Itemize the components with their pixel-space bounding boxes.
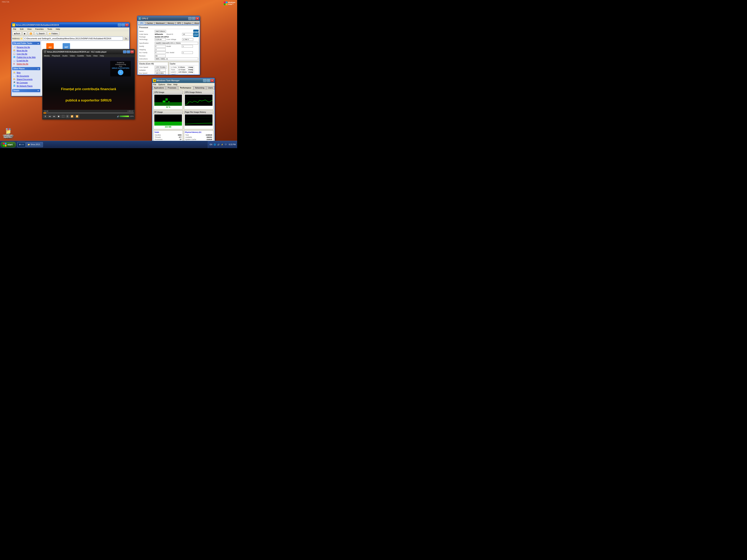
physical-memory-content: Physical Memory (K) Total 1048048 Availa… — [184, 131, 213, 141]
vlc-minimize[interactable]: _ — [123, 50, 126, 53]
maximize-button[interactable]: □ — [122, 24, 125, 26]
vlc-menu-playback[interactable]: Playback — [52, 55, 60, 57]
sidebar-my-documents[interactable]: 📄 My Documents — [14, 74, 39, 78]
taskbar-item-icon-1: 📁 — [28, 143, 30, 145]
sidebar-move[interactable]: 📂 Move this file — [14, 49, 39, 52]
details-header[interactable]: Details ▼ — [12, 89, 40, 92]
forward-button[interactable]: ▶ — [22, 31, 27, 35]
tm-maximize[interactable]: □ — [207, 79, 210, 82]
phys-total-value: 1048048 — [202, 134, 212, 136]
tm-tab-networking[interactable]: Networking — [194, 86, 206, 89]
volume-icon: 🔊 — [117, 115, 119, 117]
tab-memory[interactable]: Memory — [166, 22, 176, 25]
vlc-play-pause[interactable]: ⏸ — [43, 115, 47, 118]
minimize-button[interactable]: _ — [118, 24, 121, 26]
sidebar-rename[interactable]: 📝 Rename this file — [14, 46, 39, 49]
taskbar-item-1[interactable]: 📁 Sirius.2013... — [26, 142, 43, 147]
up-button[interactable]: 🔼 — [28, 31, 33, 35]
tray-volume-icon: 🔊 — [217, 143, 220, 146]
sidebar-email[interactable]: ✉️ E-mail this file — [14, 59, 39, 62]
vlc-close[interactable]: ✕ — [130, 50, 134, 53]
tm-menu-view[interactable]: View — [167, 83, 172, 85]
tm-minimize[interactable]: _ — [203, 79, 206, 82]
sidebar-delete[interactable]: ✕ Delete this file — [14, 62, 39, 65]
tab-cpu[interactable]: CPU — [138, 22, 145, 25]
ext-model-label: Ext. Model — [166, 52, 181, 54]
sidebar-shared-documents[interactable]: 📂 Shared Documents — [14, 78, 39, 81]
icon-filme[interactable]: 📁 filme — [2, 128, 15, 138]
menu-edit[interactable]: Edit — [19, 28, 24, 30]
cpuz-controls[interactable]: _ □ ✕ — [188, 17, 199, 20]
vlc-loop[interactable]: 🔁 — [70, 115, 74, 118]
sidebar-filme[interactable]: 📁 filme — [14, 71, 39, 74]
vlc-menu-tools[interactable]: Tools — [86, 55, 91, 57]
tm-menu-help[interactable]: Help — [173, 83, 178, 85]
vlc-stop[interactable]: ⏹ — [57, 115, 60, 118]
tm-menu-options[interactable]: Options — [158, 83, 165, 85]
sidebar-publish[interactable]: 🌐 Publish this to the Web — [14, 56, 39, 59]
tm-close[interactable]: ✕ — [210, 79, 214, 82]
core-speed-label: Core Speed — [139, 66, 154, 68]
vlc-shuffle[interactable]: 🔀 — [75, 115, 79, 118]
other-places-header[interactable]: Other Places ▲ — [12, 67, 40, 70]
vlc-next[interactable]: ⏭ — [52, 115, 56, 118]
tab-mainboard[interactable]: Mainboard — [154, 22, 166, 25]
vlc-menu-view[interactable]: View — [93, 55, 98, 57]
menu-view[interactable]: View — [26, 28, 32, 30]
sidebar-copy[interactable]: 📋 Copy this file — [14, 52, 39, 56]
cpuz-minimize[interactable]: _ — [188, 17, 191, 20]
vlc-playlist[interactable]: ☰ — [66, 115, 69, 118]
vlc-progress-bar[interactable] — [43, 112, 134, 113]
menu-tools[interactable]: Tools — [47, 28, 53, 30]
vlc-fullscreen[interactable]: ⛶ — [61, 115, 65, 118]
go-button[interactable]: Go — [124, 37, 129, 40]
task-manager-controls[interactable]: _ □ ✕ — [203, 79, 214, 82]
tab-about[interactable]: About — [193, 22, 200, 25]
file-explorer-controls[interactable]: _ □ ✕ — [118, 24, 129, 26]
sidebar-my-computer[interactable]: 💻 My Computer — [14, 81, 39, 84]
menu-help[interactable]: Help — [55, 28, 61, 30]
vlc-controls[interactable]: _ □ ✕ — [123, 50, 134, 53]
cpu-usage-content: 32 % — [154, 94, 183, 109]
move-icon: 📂 — [14, 49, 16, 52]
model-label: Model — [166, 45, 181, 47]
intel-logo: intel Celeroninside® — [193, 30, 199, 37]
tab-graphics[interactable]: Graphics — [182, 22, 193, 25]
address-input[interactable] — [23, 37, 123, 41]
file-tasks-header[interactable]: File and Folder Tasks ▲ — [12, 42, 40, 45]
vlc-menu-audio[interactable]: Audio — [62, 55, 68, 57]
sidebar-my-network[interactable]: 🌐 My Network Places — [14, 84, 39, 87]
cpuz-maximize[interactable]: □ — [192, 17, 195, 20]
close-button[interactable]: ✕ — [125, 24, 129, 26]
tm-menu-file[interactable]: File — [153, 83, 156, 85]
pf-history-svg — [185, 114, 212, 126]
tm-tab-users[interactable]: Users — [206, 86, 214, 89]
cpuz-close[interactable]: ✕ — [196, 17, 199, 20]
file-explorer-title: Sirius.2013.DVDRiP.XViD.RoSubbed-RCDiVX — [16, 24, 117, 26]
explorer-sidebar: File and Folder Tasks ▲ 📝 Rename this fi… — [11, 41, 41, 95]
menu-file[interactable]: File — [12, 28, 17, 30]
taskbar-item-0[interactable]: 🖥 z c — [17, 142, 26, 147]
tm-tab-performance[interactable]: Performance — [178, 86, 193, 89]
vista-logo: WindowsVista™ — [224, 1, 235, 5]
tab-spd[interactable]: SPD — [176, 22, 182, 25]
start-button[interactable]: start — [1, 142, 16, 148]
vlc-volume-bar[interactable] — [120, 115, 129, 117]
vlc-menu-media[interactable]: Media — [44, 55, 50, 57]
vlc-prev[interactable]: ⏮ — [48, 115, 52, 118]
vlc-menu-help[interactable]: Help — [100, 55, 104, 57]
vlc-maximize[interactable]: □ — [127, 50, 130, 53]
vlc-menu-subtitle[interactable]: Subtitle — [77, 55, 84, 57]
folders-button[interactable]: 📁 Folders — [47, 31, 59, 35]
menu-favorites[interactable]: Favorites — [34, 28, 44, 30]
back-button[interactable]: ◀ Back — [12, 31, 22, 35]
tm-tab-processes[interactable]: Processes — [166, 86, 178, 89]
search-button[interactable]: 🔍 Search — [34, 31, 46, 35]
vlc-menu-video[interactable]: Video — [70, 55, 75, 57]
folder-icon: 📁 — [12, 24, 15, 26]
l2-way: 4-way — [188, 71, 194, 73]
tm-tab-applications[interactable]: Applications — [152, 86, 165, 89]
cpu-history-section: CPU Usage History — [184, 91, 213, 109]
hw-id-label: HW173A — [2, 1, 9, 3]
tab-caches[interactable]: Caches — [145, 22, 154, 25]
